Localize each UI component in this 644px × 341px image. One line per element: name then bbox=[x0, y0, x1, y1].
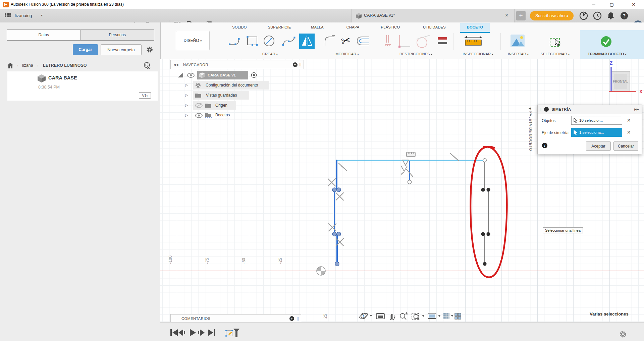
navigator-header[interactable]: ◀◀ NAVEGADOR − || bbox=[170, 60, 304, 69]
tree-item-origin[interactable]: Origen bbox=[193, 101, 236, 110]
tree-expander-open-icon[interactable] bbox=[177, 72, 184, 78]
visibility-eye-icon[interactable] bbox=[195, 113, 203, 118]
breadcrumb-user[interactable]: lizana bbox=[22, 63, 33, 68]
share-globe-icon[interactable] bbox=[144, 62, 151, 69]
subscribe-button[interactable]: Suscríbase ahora bbox=[530, 11, 574, 20]
spline-tool-icon[interactable] bbox=[282, 35, 296, 47]
new-folder-button[interactable]: Nueva carpeta bbox=[101, 44, 142, 55]
comments-pin-handle[interactable]: || bbox=[297, 317, 299, 321]
user-menu-chevron-icon[interactable]: ▾ bbox=[41, 13, 43, 17]
timeline-settings-gear-icon[interactable] bbox=[619, 331, 627, 338]
activate-component-radio[interactable] bbox=[251, 72, 257, 78]
version-badge[interactable]: V1▾ bbox=[139, 92, 151, 99]
clear-axis-icon[interactable]: ✕ bbox=[627, 130, 631, 135]
offset-tool-icon[interactable] bbox=[356, 36, 370, 47]
upload-button[interactable]: Cargar bbox=[73, 44, 98, 55]
dialog-collapse-icon[interactable]: − bbox=[544, 107, 549, 112]
username[interactable]: lizanaing bbox=[15, 13, 32, 18]
group-insertar[interactable]: INSERTAR ▾ bbox=[508, 52, 529, 56]
view-navigation-toolbar[interactable] bbox=[358, 310, 462, 321]
viewcube[interactable]: FRONTAL Z X bbox=[603, 60, 644, 101]
comments-bar[interactable]: COMENTARIOS + || bbox=[170, 314, 301, 323]
symmetry-dialog-header[interactable]: || − SIMETRÍA ▶▶ bbox=[538, 105, 642, 114]
group-modificar[interactable]: MODIFICAR ▾ bbox=[335, 52, 359, 56]
tree-expander-icon[interactable]: ▷ bbox=[185, 83, 188, 87]
document-tab[interactable]: CARA BASE v1* ✕ bbox=[352, 9, 515, 22]
dialog-drag-handle[interactable]: || bbox=[540, 108, 541, 111]
notifications-bell-icon[interactable] bbox=[606, 11, 615, 20]
trim-scissors-icon[interactable]: ✂ bbox=[340, 33, 352, 48]
group-terminar-boceto[interactable]: TERMINAR BOCETO ▾ bbox=[588, 52, 627, 56]
visibility-off-eye-icon[interactable] bbox=[195, 103, 203, 108]
measure-tool-icon[interactable] bbox=[464, 35, 483, 47]
cancel-button[interactable]: Cancelar bbox=[613, 141, 638, 151]
collapse-navigator-icon[interactable]: ◀◀ bbox=[173, 63, 178, 66]
constraint-perpendicular-icon[interactable] bbox=[397, 35, 412, 49]
tab-boceto[interactable]: BOCETO bbox=[467, 25, 483, 29]
clear-objects-icon[interactable]: ✕ bbox=[627, 118, 631, 123]
objects-selection-button[interactable]: 10 seleccior... bbox=[571, 116, 622, 125]
tree-expander-icon[interactable]: ▷ bbox=[185, 113, 188, 117]
add-comment-icon[interactable]: + bbox=[289, 316, 294, 321]
group-seleccionar[interactable]: SELECCIONAR ▾ bbox=[541, 52, 570, 56]
symmetry-dialog[interactable]: || − SIMETRÍA ▶▶ Objetos 10 seleccior...… bbox=[537, 105, 642, 154]
insert-image-icon[interactable] bbox=[511, 35, 525, 47]
group-restricciones[interactable]: RESTRICCIONES ▾ bbox=[399, 52, 432, 56]
tab-personas[interactable]: Personas bbox=[81, 30, 154, 40]
breadcrumb-project[interactable]: LETRERO LUMINOSO bbox=[43, 63, 87, 68]
breadcrumb-separator-icon: › bbox=[17, 63, 18, 68]
panel-settings-gear-icon[interactable] bbox=[146, 46, 153, 53]
tree-item-sketches[interactable]: Bocetos bbox=[193, 111, 238, 120]
accept-button[interactable]: Aceptar bbox=[586, 141, 611, 151]
group-inspeccionar[interactable]: INSPECCIONAR ▾ bbox=[463, 52, 493, 56]
constraint-vertical-icon[interactable] bbox=[383, 35, 393, 48]
minimize-button[interactable]: ─ bbox=[588, 1, 600, 8]
circle-tool-icon[interactable] bbox=[263, 35, 275, 47]
data-panel-tabs: Datos Personas bbox=[7, 30, 154, 41]
document-cube-icon bbox=[356, 13, 362, 19]
sketch-palette-tab[interactable]: ◀ PALETA DE BOCETO bbox=[529, 107, 536, 151]
visibility-eye-icon[interactable] bbox=[187, 73, 195, 78]
mirror-tool-icon-active[interactable] bbox=[299, 34, 315, 49]
tree-root-item[interactable]: CARA BASE v1 bbox=[197, 71, 248, 79]
design-workspace-menu[interactable]: DISEÑO ▾ bbox=[176, 31, 210, 50]
line-tool-icon[interactable] bbox=[229, 35, 241, 47]
tab-utilidades[interactable]: UTILIDADES bbox=[423, 25, 446, 29]
tab-datos[interactable]: Datos bbox=[7, 30, 81, 40]
new-tab-button[interactable]: + bbox=[516, 11, 526, 20]
maximize-button[interactable]: ▢ bbox=[606, 1, 618, 8]
expand-palette-icon[interactable]: ◀ bbox=[529, 107, 536, 110]
tree-item-document-settings[interactable]: Configuración del documento bbox=[193, 81, 269, 90]
svg-text:?: ? bbox=[623, 13, 626, 18]
tab-plastico[interactable]: PLÁSTICO bbox=[381, 25, 400, 29]
tab-malla[interactable]: MALLA bbox=[311, 25, 324, 29]
navigator-pin-handle[interactable]: || bbox=[300, 63, 302, 66]
job-status-clock-icon[interactable] bbox=[593, 11, 602, 20]
extensions-icon[interactable] bbox=[579, 11, 588, 20]
tab-superficie[interactable]: SUPERFICIE bbox=[268, 25, 291, 29]
finish-sketch-check-icon[interactable] bbox=[600, 36, 612, 47]
constraint-tangent-icon[interactable] bbox=[415, 34, 431, 49]
fillet-tool-icon[interactable] bbox=[324, 35, 336, 47]
rectangle-tool-icon[interactable] bbox=[246, 35, 258, 47]
document-tab-close-icon[interactable]: ✕ bbox=[505, 13, 508, 18]
dialog-expand-icon[interactable]: ▶▶ bbox=[634, 108, 639, 111]
comments-label: COMENTARIOS bbox=[181, 317, 211, 321]
tab-chapa[interactable]: CHAPA bbox=[346, 25, 360, 29]
timeline-playback-controls[interactable] bbox=[170, 328, 251, 337]
info-icon[interactable]: i bbox=[542, 143, 547, 148]
data-panel-toggle-icon[interactable] bbox=[5, 13, 11, 18]
file-card[interactable]: CARA BASE 8:38:54 PM V1▾ bbox=[7, 71, 158, 101]
tree-expander-icon[interactable]: ▷ bbox=[185, 103, 188, 107]
close-button[interactable]: ✕ bbox=[628, 1, 640, 8]
group-crear[interactable]: CREAR ▾ bbox=[262, 52, 278, 56]
navigator-remove-icon[interactable]: − bbox=[293, 62, 298, 67]
tab-solido[interactable]: SOLIDO bbox=[232, 25, 247, 29]
tree-item-saved-views[interactable]: Vistas guardadas bbox=[193, 91, 249, 100]
constraint-equal-icon[interactable] bbox=[438, 37, 448, 45]
tree-expander-icon[interactable]: ▷ bbox=[185, 93, 188, 97]
home-icon[interactable] bbox=[7, 63, 13, 68]
axis-selection-button[interactable]: 1 selecciona... bbox=[571, 128, 622, 137]
help-icon[interactable]: ? bbox=[620, 11, 629, 20]
chevron-down-icon: ▾ bbox=[357, 53, 359, 56]
